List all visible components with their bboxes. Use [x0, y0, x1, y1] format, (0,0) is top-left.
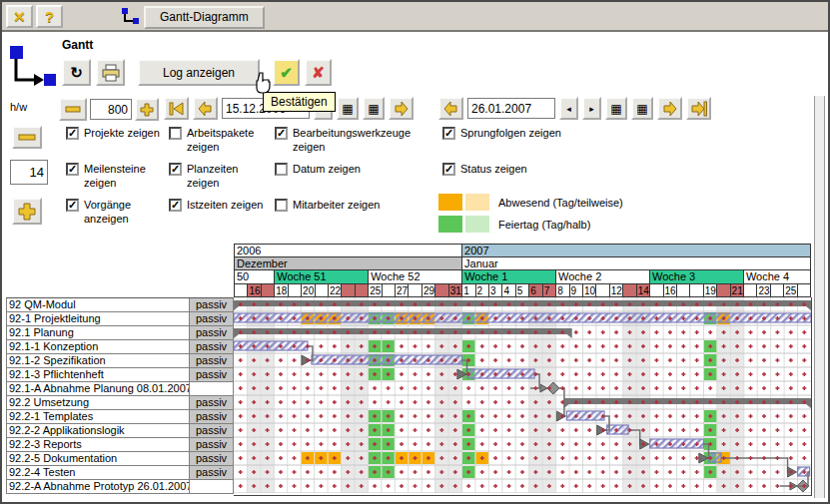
arrow-right-icon [394, 101, 409, 117]
day-header-cell: 9 [570, 283, 583, 297]
gantt-project-icon [8, 44, 58, 90]
start-date-forward-button[interactable] [389, 97, 414, 120]
task-row[interactable]: 92.2-A Abnahme Prototyp 26.01.2007 [6, 480, 234, 494]
day-header-cell: 25 [369, 283, 382, 297]
start-date-back-button[interactable] [193, 97, 218, 120]
task-row[interactable]: 92.2-4 Testenpassiv [6, 466, 234, 480]
end-date-step-forward-button[interactable]: ▸ [582, 97, 601, 120]
gantt-body [234, 297, 812, 496]
refresh-button[interactable]: ↻ [62, 59, 91, 86]
width-input[interactable] [90, 99, 132, 120]
checkbox-label: Arbeitspakete zeigen [187, 126, 273, 154]
task-row[interactable]: 92.1 Planungpassiv [6, 326, 234, 340]
checkbox-label: Bearbeitungswerkzeuge zeigen [293, 126, 440, 154]
checkbox-sprungfolgen[interactable]: ✓Sprungfolgen zeigen [442, 126, 617, 162]
task-row[interactable]: 92.2-3 Reportspassiv [6, 438, 234, 452]
day-header-cell [771, 283, 784, 297]
task-row[interactable]: 92.2-1 Templatespassiv [6, 410, 234, 424]
end-date-forward-button[interactable] [657, 97, 682, 120]
rows-minus-button[interactable] [12, 126, 42, 149]
checkbox-projekte[interactable]: ✓Projekte zeigen [66, 126, 167, 162]
task-name: 92 QM-Modul [6, 298, 190, 312]
vertical-scrollbar[interactable] [814, 96, 825, 498]
checkbox-label: Planzeiten zeigen [187, 162, 273, 190]
checkbox-planzeiten[interactable]: ✓Planzeiten zeigen [169, 162, 273, 198]
summary-notch [234, 306, 239, 310]
log-anzeigen-button[interactable]: Log anzeigen [138, 59, 260, 86]
close-button[interactable]: ✕ [6, 5, 33, 28]
task-name: 92.2-1 Templates [6, 410, 190, 424]
checkbox-box[interactable]: ✓ [442, 127, 455, 140]
checkbox-box[interactable]: ✓ [66, 163, 79, 176]
checkbox-box[interactable] [275, 163, 288, 176]
day-header-cell: 8 [556, 283, 569, 297]
task-row[interactable]: 92.2-5 Dokumentationpassiv [6, 452, 234, 466]
task-row[interactable]: 92.1-2 Spezifikationpassiv [6, 354, 234, 368]
confirm-button[interactable]: ✔ [273, 59, 300, 86]
task-status: passiv [190, 424, 234, 438]
end-date-back-button[interactable] [438, 97, 463, 120]
task-row[interactable]: 92-1 Projektleitungpassiv [6, 312, 234, 326]
checkbox-label: Meilensteine zeigen [84, 162, 167, 190]
cancel-button[interactable]: ✘ [305, 59, 332, 86]
task-name: 92.1-2 Spezifikation [6, 354, 190, 368]
print-button[interactable] [96, 59, 125, 86]
checkbox-vorgaenge[interactable]: ✓Vorgänge anzeigen [66, 198, 167, 234]
legend-item: Abwesend (Tag/teilweise) [438, 194, 623, 211]
width-plus-button[interactable] [135, 98, 159, 121]
checkbox-arbeitspakete[interactable]: Arbeitspakete zeigen [169, 126, 273, 162]
start-date-first-button[interactable] [164, 97, 189, 120]
summary-notch [234, 334, 239, 338]
checkbox-meilensteine[interactable]: ✓Meilensteine zeigen [66, 162, 167, 198]
checkbox-datum[interactable]: Datum zeigen [275, 162, 440, 198]
day-header-cell [235, 283, 248, 297]
task-row[interactable]: 92.2-2 Applikationslogikpassiv [6, 424, 234, 438]
header-cell: Woche 3 [650, 269, 744, 283]
header-cell: Woche 4 [744, 269, 811, 283]
tooltip-bestaetigen: Bestätigen [263, 92, 336, 112]
summary-bar [564, 398, 811, 404]
task-row[interactable]: 92.1-A Abnahme Planung 08.01.2007 [6, 382, 234, 396]
checkbox-status[interactable]: ✓Status zeigen [442, 162, 617, 198]
checkbox-werkzeuge[interactable]: ✓Bearbeitungswerkzeuge zeigen [275, 126, 440, 162]
checkbox-mitarbeiter[interactable]: Mitarbeiter zeigen [275, 198, 440, 234]
checkbox-box[interactable]: ✓ [66, 199, 79, 212]
day-header-cell [677, 283, 690, 297]
end-date-step-back-button[interactable]: ◂ [559, 97, 578, 120]
end-date-calendar-button[interactable]: ▦ [605, 97, 627, 120]
tab-gantt-diagramm[interactable]: Gantt-Diagramm [144, 6, 265, 29]
checkbox-box[interactable] [275, 199, 288, 212]
checkbox-box[interactable]: ✓ [442, 163, 455, 176]
task-row[interactable]: 92.2 Umsetzungpassiv [6, 396, 234, 410]
header-cell: Woche 2 [556, 269, 650, 283]
checkbox-istzeiten[interactable]: ✓Istzeiten zeigen [169, 198, 273, 234]
start-date-calendar2-button[interactable]: ▦ [363, 97, 385, 120]
task-row[interactable]: 92 QM-Modulpassiv [6, 298, 234, 312]
header-cell: 50 [235, 269, 275, 283]
checkbox-box[interactable]: ✓ [169, 163, 182, 176]
calendar-icon: ▦ [342, 102, 353, 116]
task-name: 92.2-A Abnahme Prototyp 26.01.2007 [6, 480, 190, 494]
day-header-cell [383, 283, 396, 297]
action-toolbar: ↻ Log anzeigen ✔ ✘ [62, 59, 332, 86]
arrow-first-icon [169, 102, 185, 116]
end-date-last-button[interactable] [686, 97, 711, 120]
help-button[interactable]: ? [36, 5, 63, 28]
legend-swatch-full [438, 194, 462, 211]
checkbox-box[interactable] [169, 127, 182, 140]
end-date-calendar2-button[interactable]: ▦ [631, 97, 653, 120]
row-count-input[interactable] [10, 160, 48, 185]
year-band: 20062007 [234, 244, 811, 256]
checkbox-box[interactable]: ✓ [275, 127, 288, 140]
minus-icon [65, 106, 81, 114]
task-row[interactable]: 92.1-3 Pflichtenheftpassiv [6, 368, 234, 382]
rows-plus-button[interactable] [12, 198, 42, 225]
width-minus-button[interactable] [59, 98, 87, 121]
checkbox-box[interactable]: ✓ [66, 127, 79, 140]
end-date-input[interactable] [467, 98, 555, 119]
start-date-calendar-button[interactable]: ▦ [337, 97, 359, 120]
task-row[interactable]: 92.1-1 Konzeptionpassiv [6, 340, 234, 354]
checkbox-box[interactable]: ✓ [169, 199, 182, 212]
calendar-icon: ▦ [368, 102, 379, 116]
day-header-cell [650, 283, 663, 297]
